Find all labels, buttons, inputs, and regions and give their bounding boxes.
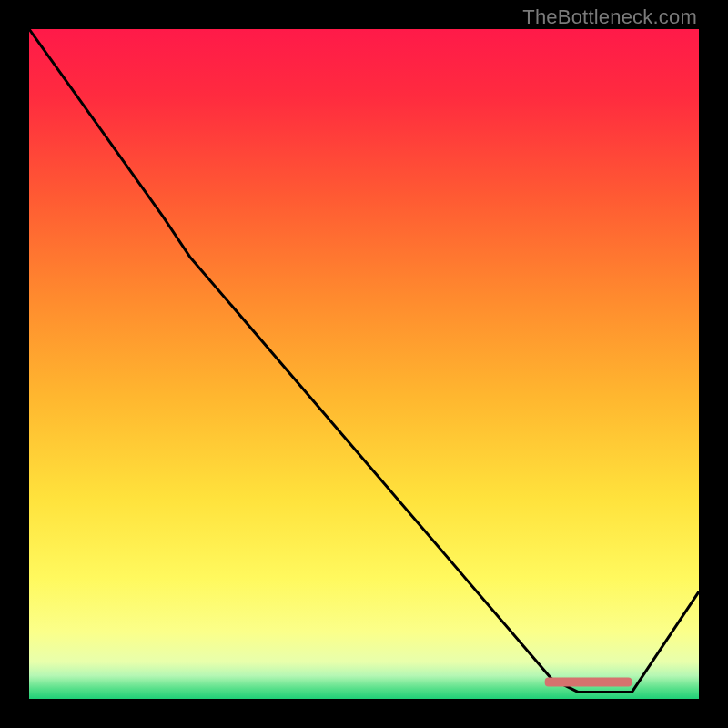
watermark-text: TheBottleneck.com xyxy=(522,5,697,29)
highlight-bar xyxy=(545,678,632,687)
chart-overlay xyxy=(29,29,699,699)
bottleneck-curve xyxy=(29,29,699,693)
plot-area xyxy=(29,29,699,699)
